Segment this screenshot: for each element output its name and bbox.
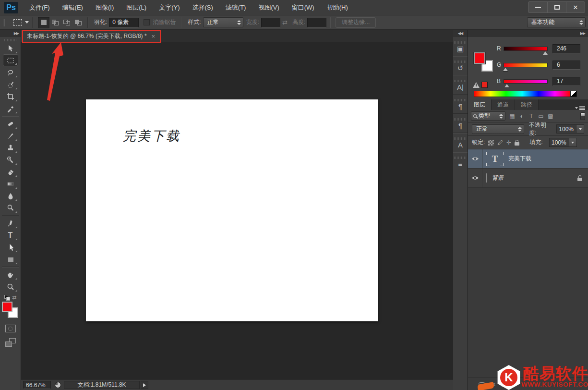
brush-tool[interactable]	[3, 130, 18, 142]
options-bar-grip[interactable]	[3, 19, 7, 26]
fill-value[interactable]: 100%	[549, 138, 569, 147]
filter-adjustment-layers-icon[interactable]: ◐	[518, 113, 526, 120]
eraser-tool[interactable]	[3, 166, 18, 178]
refine-edge-button[interactable]: 调整边缘...	[336, 17, 376, 28]
menu-item[interactable]: 编辑(E)	[56, 0, 89, 15]
panel-menu-icon[interactable]	[575, 106, 585, 110]
swap-width-height-icon[interactable]: ⇄	[282, 19, 288, 26]
quick-selection-tool[interactable]	[3, 78, 18, 90]
opacity-value[interactable]: 100%	[556, 124, 576, 134]
screen-mode-button[interactable]	[5, 338, 16, 347]
spectrum-bw-swatch[interactable]	[571, 91, 577, 97]
hand-tool[interactable]	[3, 268, 18, 280]
dodge-tool[interactable]	[3, 202, 18, 214]
antialias-checkbox[interactable]	[144, 19, 150, 25]
slider-thumb[interactable]	[543, 51, 548, 55]
background-layer-thumbnail[interactable]	[486, 174, 487, 183]
pen-tool[interactable]	[3, 217, 18, 229]
new-selection-button[interactable]	[38, 17, 49, 28]
eyedropper-tool[interactable]	[3, 102, 18, 114]
filter-smart-objects-icon[interactable]: ▩	[547, 113, 554, 120]
close-button[interactable]: ✕	[566, 2, 585, 12]
menu-item[interactable]: 窗口(W)	[286, 0, 321, 15]
menu-item[interactable]: 图像(I)	[89, 0, 120, 15]
menu-item[interactable]: 帮助(H)	[321, 0, 354, 15]
clone-stamp-tool[interactable]	[3, 142, 18, 154]
menu-item[interactable]: 视图(V)	[252, 0, 285, 15]
status-options-button[interactable]	[141, 381, 148, 389]
filter-type-layers-icon[interactable]: T	[528, 113, 535, 120]
tool-preset-caret-icon[interactable]	[25, 21, 29, 24]
red-channel-slider[interactable]	[504, 47, 548, 51]
swap-colors-icon[interactable]: ⇄	[12, 294, 16, 301]
character-panel-icon[interactable]: A|	[453, 75, 468, 94]
layer-row-background[interactable]: 背景	[468, 169, 588, 188]
zoom-level-input[interactable]: 66.67%	[23, 381, 51, 389]
default-colors-icon[interactable]	[4, 295, 10, 301]
zoom-tool[interactable]	[3, 280, 18, 292]
fill-caret-icon[interactable]	[569, 138, 577, 147]
layer-row-text[interactable]: T 完美下载	[468, 149, 588, 169]
filter-shape-layers-icon[interactable]: ▭	[537, 113, 545, 120]
document-size-info[interactable]: 文档:1.81M/511.8K	[64, 381, 140, 389]
minimize-button[interactable]	[528, 2, 547, 12]
height-input[interactable]	[307, 18, 326, 27]
panel-tab[interactable]: 路径	[515, 99, 539, 110]
path-selection-tool[interactable]	[3, 241, 18, 253]
menu-item[interactable]: 文件(F)	[23, 0, 56, 15]
paragraph-panel-icon[interactable]: ¶	[453, 95, 468, 113]
character-styles-panel-icon[interactable]: A	[453, 133, 468, 152]
menu-item[interactable]: 文字(Y)	[153, 0, 186, 15]
layer-filter-toggle[interactable]	[580, 112, 585, 120]
layer-name[interactable]: 完美下载	[508, 155, 531, 163]
workspace-dropdown[interactable]: 基本功能	[527, 17, 586, 27]
feather-input[interactable]: 0 像素	[109, 18, 139, 27]
paragraph-styles-panel-icon[interactable]: ¶	[453, 114, 468, 133]
foreground-color-swatch[interactable]	[474, 52, 485, 64]
lasso-tool[interactable]	[3, 66, 18, 78]
text-layer-thumbnail[interactable]: T	[486, 152, 504, 166]
quick-mask-mode-button[interactable]	[5, 325, 16, 332]
gamut-color-swatch[interactable]	[481, 82, 488, 88]
layer-visibility-toggle[interactable]	[468, 169, 482, 187]
history-panel-icon[interactable]: ↺	[453, 56, 468, 75]
rectangular-marquee-icon[interactable]	[13, 19, 22, 26]
gradient-tool[interactable]	[3, 178, 18, 190]
lock-transparent-pixels-icon[interactable]	[488, 140, 494, 146]
crop-tool[interactable]	[3, 90, 18, 102]
rectangular-marquee-tool[interactable]	[3, 54, 18, 66]
history-brush-tool[interactable]	[3, 154, 18, 166]
slider-thumb[interactable]	[504, 84, 509, 87]
tools-panel-grip[interactable]	[4, 39, 17, 41]
gamut-warning[interactable]	[473, 82, 488, 88]
opacity-control[interactable]: 100%	[556, 124, 584, 134]
style-dropdown[interactable]: 正常	[203, 17, 243, 27]
filter-pixel-layers-icon[interactable]: ▦	[508, 113, 516, 120]
blend-mode-dropdown[interactable]: 正常	[472, 124, 524, 134]
layer-visibility-toggle[interactable]	[468, 149, 482, 168]
type-tool[interactable]: T	[3, 229, 18, 241]
width-input[interactable]	[261, 18, 280, 27]
panel-strip-expand[interactable]: ◀◀	[453, 30, 468, 37]
blur-tool[interactable]	[3, 190, 18, 202]
3d-panel-icon[interactable]: ▣	[453, 37, 468, 56]
rectangle-tool[interactable]	[3, 253, 18, 265]
opacity-caret-icon[interactable]	[576, 124, 584, 134]
green-channel-value[interactable]: 6	[552, 61, 580, 70]
layer-filter-dropdown[interactable]: 类型	[471, 111, 505, 121]
lock-image-pixels-icon[interactable]: 🖊	[497, 139, 503, 146]
subtract-from-selection-button[interactable]	[61, 17, 72, 28]
panel-tab[interactable]: 通道	[492, 99, 515, 110]
panel-tab[interactable]: 图层	[468, 99, 492, 110]
lock-all-icon[interactable]	[515, 140, 519, 146]
move-tool[interactable]	[3, 42, 18, 54]
menu-item[interactable]: 滤镜(T)	[219, 0, 252, 15]
intersect-selection-button[interactable]	[72, 17, 84, 28]
spot-healing-brush-tool[interactable]	[3, 118, 18, 130]
green-channel-slider[interactable]	[504, 63, 548, 67]
panel-dock-collapse[interactable]: ▶▶	[468, 30, 588, 37]
fill-control[interactable]: 100%	[549, 138, 577, 147]
slider-thumb[interactable]	[503, 68, 508, 71]
color-spectrum-ramp[interactable]	[474, 91, 571, 97]
menu-item[interactable]: 选择(S)	[186, 0, 219, 15]
